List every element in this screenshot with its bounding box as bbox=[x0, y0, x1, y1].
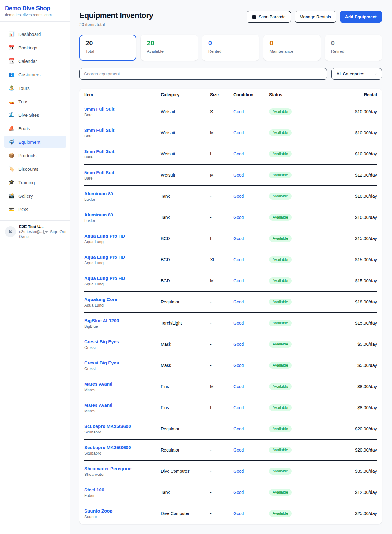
table-row: Cressi Big Eyes Cressi Mask - Good Avail… bbox=[84, 334, 377, 355]
sidebar-item-icon: 🌊 bbox=[9, 113, 15, 117]
item-brand: Scubapro bbox=[84, 451, 161, 456]
item-name-link[interactable]: Aqua Lung Pro HD bbox=[84, 254, 161, 260]
item-cell: Shearwater Peregrine Shearwater bbox=[84, 466, 161, 477]
item-name-link[interactable]: 3mm Full Suit bbox=[84, 128, 161, 133]
item-name-link[interactable]: Mares Avanti bbox=[84, 402, 161, 408]
shop-name[interactable]: Demo Dive Shop bbox=[5, 5, 65, 12]
item-condition-link[interactable]: Good bbox=[233, 490, 269, 495]
table-row: 5mm Full Suit Bare Wetsuit M Good Availa… bbox=[84, 165, 377, 186]
item-status-cell: Available bbox=[269, 383, 330, 390]
item-condition-link[interactable]: Good bbox=[233, 236, 269, 241]
user-name: E2E Test U... bbox=[19, 224, 40, 229]
item-condition-link[interactable]: Good bbox=[233, 405, 269, 410]
col-size: Size bbox=[210, 92, 233, 97]
sidebar-item[interactable]: 📊 Dashboard bbox=[4, 28, 66, 40]
status-badge: Available bbox=[269, 193, 292, 200]
stat-card[interactable]: 0 Maintenance bbox=[263, 35, 320, 61]
item-name-link[interactable]: Scubapro MK25/S600 bbox=[84, 445, 161, 450]
item-brand: Aqua Lung bbox=[84, 239, 161, 244]
scan-barcode-button[interactable]: Scan Barcode bbox=[247, 11, 291, 23]
item-condition-link[interactable]: Good bbox=[233, 109, 269, 114]
item-condition-link[interactable]: Good bbox=[233, 215, 269, 220]
sidebar-item[interactable]: 💳 POS bbox=[4, 203, 66, 216]
status-badge: Available bbox=[269, 468, 292, 475]
category-selected-value: All Categories bbox=[337, 71, 364, 76]
stat-card[interactable]: 0 Retired bbox=[325, 35, 382, 61]
sidebar-item[interactable]: 🏷️ Discounts bbox=[4, 163, 66, 175]
sidebar-item[interactable]: 📆 Calendar bbox=[4, 55, 66, 67]
item-condition-link[interactable]: Good bbox=[233, 511, 269, 516]
item-size: - bbox=[210, 363, 233, 368]
sidebar-item[interactable]: 🏝️ Tours bbox=[4, 82, 66, 94]
item-condition-link[interactable]: Good bbox=[233, 342, 269, 347]
item-category: Torch/Light bbox=[161, 321, 210, 326]
sidebar-item[interactable]: 🤿 Equipment bbox=[4, 136, 66, 148]
item-name-link[interactable]: Scubapro MK25/S600 bbox=[84, 424, 161, 429]
sidebar-item-icon: 📸 bbox=[9, 193, 15, 198]
item-condition-link[interactable]: Good bbox=[233, 299, 269, 304]
item-condition-link[interactable]: Good bbox=[233, 321, 269, 326]
item-name-link[interactable]: Aluminum 80 bbox=[84, 212, 161, 217]
item-brand: BigBlue bbox=[84, 324, 161, 329]
item-cell: 3mm Full Suit Bare bbox=[84, 106, 161, 117]
item-condition-link[interactable]: Good bbox=[233, 363, 269, 368]
category-select[interactable]: All Categories bbox=[331, 68, 382, 80]
item-name-link[interactable]: 3mm Full Suit bbox=[84, 106, 161, 112]
manage-rentals-button[interactable]: Manage Rentals bbox=[295, 11, 336, 23]
item-name-link[interactable]: Aqua Lung Pro HD bbox=[84, 276, 161, 281]
item-name-link[interactable]: Cressi Big Eyes bbox=[84, 339, 161, 344]
item-brand: Suunto bbox=[84, 514, 161, 519]
item-condition-link[interactable]: Good bbox=[233, 173, 269, 177]
sidebar-item[interactable]: ⛵ Boats bbox=[4, 122, 66, 135]
item-status-cell: Available bbox=[269, 362, 330, 369]
sidebar-item[interactable]: 📸 Gallery bbox=[4, 190, 66, 202]
item-condition-link[interactable]: Good bbox=[233, 426, 269, 431]
sidebar-item[interactable]: 📦 Products bbox=[4, 149, 66, 162]
table-row: Aqualung Core Aqua Lung Regulator - Good… bbox=[84, 292, 377, 313]
shop-header: Demo Dive Shop demo.test.divestreams.com bbox=[0, 0, 70, 22]
item-name-link[interactable]: BigBlue AL1200 bbox=[84, 318, 161, 323]
item-condition-link[interactable]: Good bbox=[233, 278, 269, 283]
item-name-link[interactable]: Shearwater Peregrine bbox=[84, 466, 161, 471]
item-name-link[interactable]: Mares Avanti bbox=[84, 381, 161, 387]
search-input[interactable] bbox=[79, 68, 327, 80]
stat-card[interactable]: 0 Rented bbox=[202, 35, 259, 61]
item-name-link[interactable]: 5mm Full Suit bbox=[84, 170, 161, 175]
item-status-cell: Available bbox=[269, 129, 330, 136]
item-condition-link[interactable]: Good bbox=[233, 448, 269, 452]
item-name-link[interactable]: Steel 100 bbox=[84, 487, 161, 492]
add-equipment-button[interactable]: Add Equipment bbox=[340, 11, 382, 23]
table-row: Scubapro MK25/S600 Scubapro Regulator - … bbox=[84, 440, 377, 461]
sidebar-item[interactable]: 👥 Customers bbox=[4, 68, 66, 81]
item-name-link[interactable]: Aqualung Core bbox=[84, 297, 161, 302]
item-name-link[interactable]: Cressi Big Eyes bbox=[84, 360, 161, 365]
item-category: BCD bbox=[161, 278, 210, 283]
sidebar-item[interactable]: 🎓 Training bbox=[4, 176, 66, 189]
stat-card[interactable]: 20 Available bbox=[141, 35, 198, 61]
table-row: 3mm Full Suit Bare Wetsuit L Good Availa… bbox=[84, 143, 377, 165]
item-name-link[interactable]: Suunto Zoop bbox=[84, 508, 161, 513]
item-name-link[interactable]: 3mm Full Suit bbox=[84, 149, 161, 154]
sidebar-item-icon: ⛵ bbox=[9, 126, 15, 131]
item-condition-link[interactable]: Good bbox=[233, 130, 269, 135]
item-rental-rate: $10.00/day bbox=[330, 130, 377, 135]
stat-card[interactable]: 20 Total bbox=[79, 35, 136, 61]
item-brand: Scubapro bbox=[84, 430, 161, 434]
item-size: L bbox=[210, 405, 233, 410]
item-cell: Mares Avanti Mares bbox=[84, 381, 161, 392]
table-row: Cressi Big Eyes Cressi Mask - Good Avail… bbox=[84, 355, 377, 376]
item-condition-link[interactable]: Good bbox=[233, 257, 269, 262]
item-name-link[interactable]: Aluminum 80 bbox=[84, 191, 161, 196]
item-condition-link[interactable]: Good bbox=[233, 151, 269, 156]
sidebar-item[interactable]: 🌊 Dive Sites bbox=[4, 109, 66, 121]
item-rental-rate: $10.00/day bbox=[330, 194, 377, 199]
item-name-link[interactable]: Aqua Lung Pro HD bbox=[84, 233, 161, 238]
page-title: Equipment Inventory bbox=[79, 11, 153, 20]
sign-out-button[interactable]: Sign Out bbox=[43, 229, 66, 234]
item-condition-link[interactable]: Good bbox=[233, 384, 269, 389]
sidebar-item[interactable]: 🚤 Trips bbox=[4, 95, 66, 108]
item-condition-link[interactable]: Good bbox=[233, 194, 269, 199]
item-condition-link[interactable]: Good bbox=[233, 469, 269, 474]
item-category: Wetsuit bbox=[161, 130, 210, 135]
sidebar-item[interactable]: 📅 Bookings bbox=[4, 41, 66, 54]
